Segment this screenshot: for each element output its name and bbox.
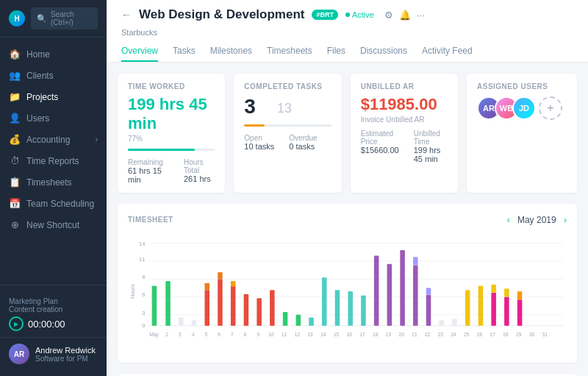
svg-text:23: 23 <box>438 332 444 337</box>
accounting-icon: 💰 <box>9 134 21 145</box>
svg-rect-17 <box>204 290 209 326</box>
svg-rect-23 <box>244 294 249 326</box>
assigned-avatars: AR WB JD + <box>477 96 567 120</box>
overdue-value: 0 tasks <box>289 142 317 151</box>
open-tasks-value: 10 tasks <box>244 142 274 151</box>
sidebar-item-home[interactable]: 🏠 Home <box>0 43 107 65</box>
sidebar: H 🔍 Search (Ctrl+/) 🏠 Home 👥 Clients 📁 P… <box>0 0 107 376</box>
user-name: Andrew Redwick <box>35 346 96 355</box>
open-tasks-stat: Open 10 tasks <box>244 134 274 151</box>
svg-text:19: 19 <box>386 332 392 337</box>
svg-rect-15 <box>179 317 184 325</box>
svg-rect-30 <box>335 290 340 326</box>
sidebar-item-label: Projects <box>26 92 98 102</box>
header-tabs: Overview Tasks Milestones Timesheets Fil… <box>121 41 573 62</box>
sidebar-item-label: Users <box>26 113 98 124</box>
tab-activity-feed[interactable]: Activity Feed <box>422 41 473 62</box>
search-placeholder: Search (Ctrl+/) <box>51 10 92 26</box>
remaining-stat: Remaining 61 hrs 15 min <box>128 158 169 184</box>
task-details: Open 10 tasks Overdue 0 tasks <box>244 134 331 151</box>
settings-icon[interactable]: ⚙ <box>384 10 393 21</box>
timer-time: 00:00:00 <box>28 319 65 330</box>
sidebar-item-new-shortcut[interactable]: ⊕ New Shortcut <box>0 214 107 235</box>
app-logo-icon: H <box>9 10 25 26</box>
sidebar-item-time-reports[interactable]: ⏱ Time Reports <box>0 150 107 171</box>
hours-total-label: Hours Total <box>184 158 215 174</box>
time-worked-percent: 77% <box>128 135 215 143</box>
open-tasks-label: Open <box>244 134 274 142</box>
tab-overview[interactable]: Overview <box>121 41 158 62</box>
user-info: Andrew Redwick Software for PM <box>35 346 96 363</box>
timer-play-button[interactable]: ▶ <box>9 316 24 331</box>
total-count <box>262 101 265 116</box>
sidebar-item-clients[interactable]: 👥 Clients <box>0 65 107 86</box>
task-total: 13 <box>277 101 292 116</box>
timesheet-chart: 0 3 6 8 11 14 Hours <box>128 233 567 350</box>
svg-rect-21 <box>231 286 236 326</box>
sidebar-item-accounting[interactable]: 💰 Accounting › <box>0 129 107 150</box>
chart-next-button[interactable]: › <box>564 214 567 225</box>
sidebar-item-team-scheduling[interactable]: 📅 Team Scheduling <box>0 193 107 214</box>
svg-text:16: 16 <box>347 332 353 337</box>
estimated-price-value: $15660.00 <box>361 146 399 155</box>
sidebar-user: AR Andrew Redwick Software for PM <box>0 337 107 370</box>
main-content: ← Web Design & Development #BRT Active ⚙… <box>107 0 588 376</box>
sidebar-item-label: New Shortcut <box>26 220 98 230</box>
notifications-icon[interactable]: 🔔 <box>399 10 411 21</box>
sidebar-item-timesheets[interactable]: 📋 Timesheets <box>0 171 107 193</box>
tab-files[interactable]: Files <box>327 41 345 62</box>
search-icon: 🔍 <box>37 14 47 24</box>
back-button[interactable]: ← <box>121 9 132 21</box>
svg-text:18: 18 <box>373 332 379 337</box>
svg-text:2: 2 <box>165 332 168 337</box>
time-worked-progress <box>128 149 215 151</box>
sidebar-item-label: Accounting <box>26 135 90 145</box>
project-status: Active <box>345 10 374 19</box>
remaining-label: Remaining <box>128 158 169 166</box>
tab-discussions[interactable]: Discussions <box>360 41 407 62</box>
user-role: Software for PM <box>35 355 96 363</box>
svg-text:3: 3 <box>142 310 145 316</box>
svg-text:11: 11 <box>282 332 287 337</box>
svg-rect-45 <box>491 285 496 293</box>
svg-text:13: 13 <box>308 332 314 337</box>
svg-text:3: 3 <box>179 332 182 337</box>
svg-rect-24 <box>257 298 262 325</box>
svg-rect-38 <box>426 295 431 326</box>
header-icons: ⚙ 🔔 ··· <box>384 10 425 21</box>
content-area: TIME WORKED 199 hrs 45 min 77% Remaining… <box>107 63 588 376</box>
time-worked-details: Remaining 61 hrs 15 min Hours Total 261 … <box>128 158 215 184</box>
tab-timesheets[interactable]: Timesheets <box>267 41 312 62</box>
svg-rect-40 <box>439 320 444 325</box>
svg-rect-36 <box>413 266 418 326</box>
timer-display: ▶ 00:00:00 <box>9 316 98 331</box>
chart-prev-button[interactable]: ‹ <box>507 214 510 225</box>
chart-area: 0 3 6 8 11 14 Hours <box>128 233 567 352</box>
tab-milestones[interactable]: Milestones <box>210 41 252 62</box>
svg-rect-26 <box>283 312 288 326</box>
svg-text:9: 9 <box>257 332 259 337</box>
svg-rect-47 <box>504 288 509 297</box>
svg-rect-42 <box>465 290 470 326</box>
sidebar-item-users[interactable]: 👤 Users <box>0 107 107 129</box>
svg-text:4: 4 <box>192 332 195 337</box>
overdue-tasks-stat: Overdue 0 tasks <box>289 134 317 151</box>
svg-text:28: 28 <box>503 332 509 337</box>
unbilled-ar-sublabel: Invoice Unbilled AR <box>361 116 448 124</box>
more-options-icon[interactable]: ··· <box>417 10 425 21</box>
sidebar-logo: H 🔍 Search (Ctrl+/) <box>0 0 107 38</box>
timer-widget: Marketing Plan Content creation ▶ 00:00:… <box>0 291 107 337</box>
svg-text:17: 17 <box>359 332 365 337</box>
unbilled-time-stat: Unbilled Time 199 hrs 45 min <box>414 130 448 163</box>
svg-rect-18 <box>204 283 209 290</box>
home-icon: 🏠 <box>9 49 21 60</box>
search-box[interactable]: 🔍 Search (Ctrl+/) <box>31 7 98 29</box>
sidebar-item-projects[interactable]: 📁 Projects <box>0 86 107 107</box>
sidebar-bottom: Marketing Plan Content creation ▶ 00:00:… <box>0 285 107 376</box>
tab-tasks[interactable]: Tasks <box>173 41 196 62</box>
header-top: ← Web Design & Development #BRT Active ⚙… <box>121 7 573 22</box>
project-subtitle: Starbucks <box>121 28 573 37</box>
status-dot <box>345 13 350 17</box>
add-user-button[interactable]: + <box>539 96 562 120</box>
svg-text:14: 14 <box>139 241 145 247</box>
